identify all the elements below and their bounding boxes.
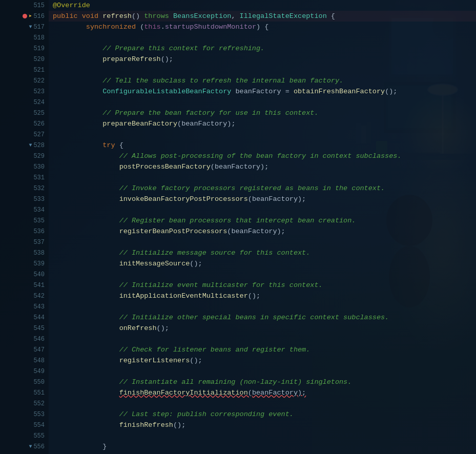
token-punct: , — [231, 11, 239, 22]
code-line: ConfigurableListableBeanFactory beanFact… — [49, 86, 476, 97]
code-line: prepareRefresh(); — [49, 54, 476, 65]
token-fn: registerListeners — [119, 355, 190, 366]
line-number-text: 525 — [33, 110, 45, 117]
token-punct: () — [132, 11, 144, 22]
token-plain — [231, 86, 235, 97]
token-comment: // Invoke factory processors registered … — [119, 183, 385, 194]
line-number-row: 526 — [0, 118, 49, 129]
code-line: initMessageSource(); — [49, 258, 476, 269]
token-plain — [53, 280, 119, 291]
line-number-text: 553 — [33, 411, 45, 418]
line-number-text: 537 — [33, 239, 45, 246]
line-number-text: 518 — [33, 34, 45, 42]
line-number-row: 529 — [0, 151, 49, 161]
token-plain — [53, 355, 119, 366]
token-plain — [53, 54, 102, 65]
line-number-row: ▼556 — [0, 441, 49, 452]
code-line — [49, 366, 476, 377]
token-plain — [53, 118, 102, 129]
line-number-row: 537 — [0, 237, 49, 247]
code-line: prepareBeanFactory(beanFactory); — [49, 118, 476, 129]
token-kw: try — [102, 140, 115, 151]
line-number-row: 557 — [0, 452, 49, 454]
code-line: @Override — [49, 0, 476, 11]
line-number-row: 546 — [0, 334, 49, 344]
token-fn: prepareBeanFactory — [102, 118, 177, 129]
fold-icon[interactable]: ▼ — [29, 142, 32, 148]
token-plain — [53, 247, 119, 258]
code-line: onRefresh(); — [49, 323, 476, 334]
line-number-text: 527 — [33, 131, 45, 138]
line-number-row: ▼517 — [0, 22, 49, 32]
code-line: } — [49, 441, 476, 452]
line-number-row: 544 — [0, 312, 49, 323]
line-number-text: 548 — [33, 357, 45, 364]
line-number-row: 553 — [0, 409, 49, 420]
fold-icon[interactable]: ▼ — [29, 24, 32, 30]
code-line — [49, 452, 476, 454]
line-number-text: 530 — [33, 163, 45, 171]
token-plain — [53, 215, 119, 226]
line-number-row: ➤516 — [0, 11, 49, 22]
token-kw3: throws — [144, 11, 169, 22]
token-var: beanFactory — [231, 226, 277, 237]
token-fn: obtainFreshBeanFactory — [294, 86, 385, 97]
code-line: // Initialize message source for this co… — [49, 247, 476, 258]
line-number-text: 534 — [33, 207, 45, 214]
code-line: registerListeners(); — [49, 355, 476, 366]
line-number-row: ▼528 — [0, 140, 49, 151]
line-number-text: 549 — [33, 368, 45, 375]
token-plain — [53, 22, 86, 32]
token-var: beanFactory — [235, 86, 281, 97]
token-comment: // Check for listener beans and register… — [119, 344, 311, 355]
token-fn: registerBeanPostProcessors — [119, 226, 227, 237]
code-line: // Last step: publish corresponding even… — [49, 409, 476, 420]
token-this-kw: this — [144, 22, 160, 32]
token-var: beanFactory — [181, 118, 227, 129]
line-number-text: 541 — [33, 282, 45, 289]
line-number-row: 543 — [0, 301, 49, 312]
line-number-text: 543 — [33, 303, 45, 311]
token-plain — [53, 183, 119, 194]
line-number-text: 538 — [33, 250, 45, 257]
token-plain — [53, 140, 102, 151]
line-number-text: 552 — [33, 400, 45, 407]
line-number-row: 551 — [0, 387, 49, 398]
line-number-row: 542 — [0, 291, 49, 301]
line-number-row: 538 — [0, 247, 49, 258]
token-punct: ( — [177, 118, 181, 129]
token-punct: ( — [248, 387, 252, 398]
code-line: public void refresh() throws BeansExcept… — [49, 11, 476, 22]
line-number-row: 533 — [0, 194, 49, 204]
token-comment: // Register bean processors that interce… — [119, 215, 356, 226]
breakpoint-dot[interactable] — [23, 14, 27, 18]
token-punct: (); — [173, 420, 185, 430]
line-number-row: 554 — [0, 420, 49, 430]
token-plain — [53, 258, 119, 269]
code-line — [49, 269, 476, 280]
code-line — [49, 430, 476, 441]
line-number-row: 535 — [0, 215, 49, 226]
code-line — [49, 398, 476, 409]
token-comment: // Prepare the bean factory for use in t… — [102, 108, 318, 118]
token-fn: postProcessBeanFactory — [119, 161, 211, 172]
token-punct: ( — [248, 194, 252, 204]
token-plain — [53, 226, 119, 237]
code-line — [49, 129, 476, 140]
code-line: // Register bean processors that interce… — [49, 215, 476, 226]
line-number-row: 539 — [0, 258, 49, 269]
line-number-text: 517 — [33, 24, 45, 31]
token-comment: // Last step: publish corresponding even… — [119, 409, 294, 420]
fold-icon[interactable]: ▼ — [29, 444, 32, 449]
token-annotation: @Override — [53, 0, 90, 11]
token-plain — [98, 11, 102, 22]
line-number-row: 555 — [0, 430, 49, 441]
line-number-row: 532 — [0, 183, 49, 194]
token-punct: ( — [227, 226, 231, 237]
code-line: // Tell the subclass to refresh the inte… — [49, 75, 476, 86]
token-punct: ); — [298, 387, 306, 398]
token-punct: (); — [157, 323, 169, 334]
line-number-row: 525 — [0, 108, 49, 118]
code-line: synchronized (this.startupShutdownMonito… — [49, 22, 476, 32]
line-number-row: 523 — [0, 86, 49, 97]
